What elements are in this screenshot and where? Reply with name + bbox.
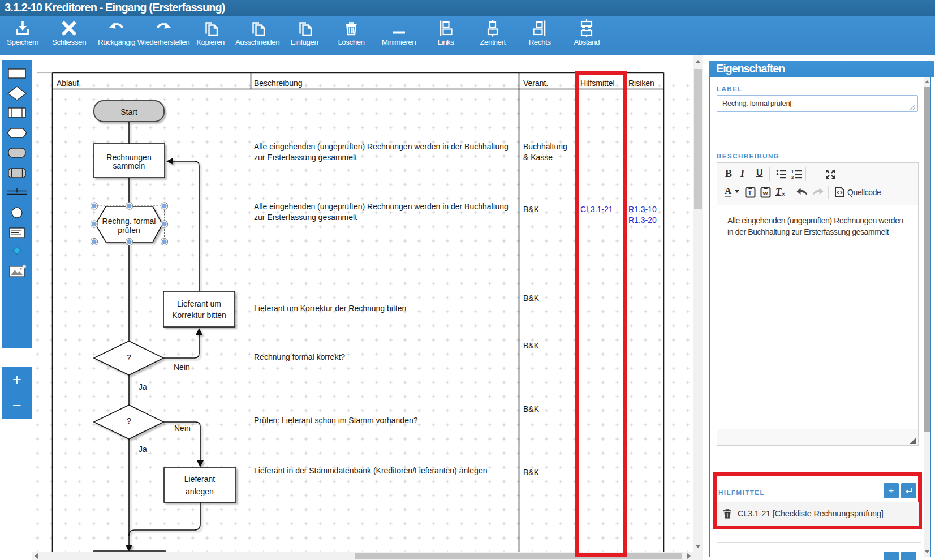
svg-text:Ja: Ja xyxy=(139,445,147,454)
svg-text:Rechng. formal: Rechng. formal xyxy=(102,217,156,226)
svg-text:Alle eingehenden (ungeprüften): Alle eingehenden (ungeprüften) Rechnunge… xyxy=(254,142,509,151)
svg-text:B&K: B&K xyxy=(523,205,540,214)
svg-text:B&K: B&K xyxy=(523,294,540,303)
svg-text:B&K: B&K xyxy=(523,341,540,350)
svg-text:B&K: B&K xyxy=(523,404,540,413)
svg-text:Nein: Nein xyxy=(174,363,190,372)
svg-text:Rechnung formal korrekt?: Rechnung formal korrekt? xyxy=(254,352,345,361)
svg-text:Ablauf: Ablauf xyxy=(57,79,79,88)
svg-text:R1.3-20: R1.3-20 xyxy=(628,216,657,225)
svg-text:Prüfen: Lieferant schon im Sta: Prüfen: Lieferant schon im Stamm vorhand… xyxy=(254,416,418,425)
svg-text:?: ? xyxy=(127,416,131,425)
svg-text:B&K: B&K xyxy=(523,468,540,477)
svg-text:sammeln: sammeln xyxy=(113,161,145,170)
svg-text:Lieferant um Korrektur der Rec: Lieferant um Korrektur der Rechnung bitt… xyxy=(254,304,406,313)
svg-text:1: 1 xyxy=(791,169,794,174)
svg-text:R1.3-10: R1.3-10 xyxy=(628,205,657,214)
svg-text:?: ? xyxy=(127,353,131,362)
svg-text:Lieferant in der Stammdatenban: Lieferant in der Stammdatenbank (Kredito… xyxy=(254,466,487,475)
svg-text:Buchhaltung: Buchhaltung xyxy=(523,142,567,151)
svg-text:zur Ersterfassung gesammelt: zur Ersterfassung gesammelt xyxy=(254,153,357,162)
svg-text:Start: Start xyxy=(120,107,137,117)
svg-text:anlegen: anlegen xyxy=(186,487,214,496)
svg-text:zur Ersterfassung gesammelt: zur Ersterfassung gesammelt xyxy=(254,213,357,222)
svg-text:Alle eingehenden (ungeprüften): Alle eingehenden (ungeprüften) Rechnunge… xyxy=(254,202,509,211)
svg-text:W: W xyxy=(763,190,768,196)
svg-text:& Kasse: & Kasse xyxy=(523,153,553,162)
svg-text:T: T xyxy=(748,190,752,196)
svg-text:Beschreibung: Beschreibung xyxy=(254,79,303,88)
svg-text:Lieferant um: Lieferant um xyxy=(177,299,221,308)
svg-text:prüfen: prüfen xyxy=(118,226,140,235)
svg-text:Korrektur bitten: Korrektur bitten xyxy=(172,311,226,320)
svg-text:Ja: Ja xyxy=(139,382,147,391)
svg-text:Rechnungen: Rechnungen xyxy=(106,153,151,162)
svg-text:Verant.: Verant. xyxy=(523,79,548,88)
svg-text:Risiken: Risiken xyxy=(628,79,654,88)
svg-text:Lieferant: Lieferant xyxy=(184,475,216,484)
svg-text:Nein: Nein xyxy=(174,424,191,433)
svg-text:2: 2 xyxy=(791,175,794,179)
